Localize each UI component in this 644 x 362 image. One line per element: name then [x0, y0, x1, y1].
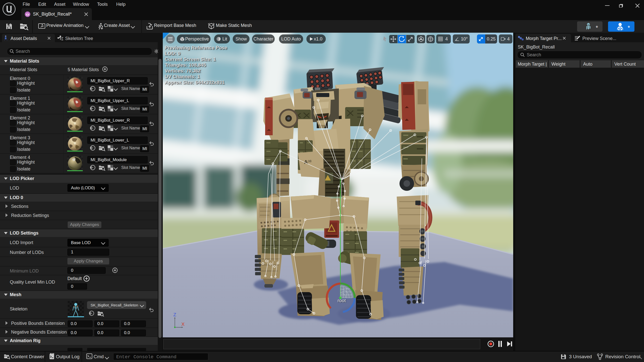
svg-text:A: A	[304, 159, 308, 165]
svg-text:*: *	[564, 356, 566, 360]
svg-text:X: X	[181, 322, 185, 327]
svg-text:08: 08	[308, 159, 311, 163]
svg-text:root: root	[338, 298, 346, 303]
svg-text:Z: Z	[173, 312, 176, 317]
